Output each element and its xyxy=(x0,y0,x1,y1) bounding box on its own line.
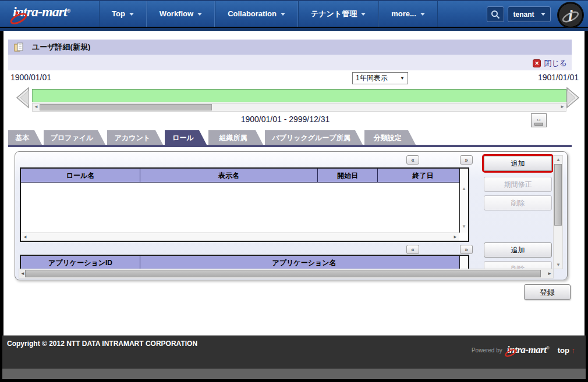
emblem-icon: i xyxy=(557,1,585,29)
footer: Copyright © 2012 NTT DATA INTRAMART CORP… xyxy=(2,335,586,369)
toolbar-strip: ✕ 閉じる xyxy=(8,55,572,70)
footer-intra-mart-logo: intra-mart® xyxy=(507,344,550,356)
powered-by-group: Powered by intra-mart® top ↑ xyxy=(472,344,575,356)
chevron-down-icon xyxy=(197,13,202,16)
nav-item-label: Collaboration xyxy=(228,9,277,18)
tab-profile[interactable]: プロファイル xyxy=(44,130,105,145)
timeline-scrollbar[interactable]: ◄ ► xyxy=(32,103,566,112)
chevron-down-icon xyxy=(420,13,425,16)
tenant-label: tenant xyxy=(513,10,534,19)
chevron-down-icon xyxy=(129,13,134,16)
scroll-up-icon[interactable]: ▲ xyxy=(462,186,466,191)
tab-account[interactable]: アカウント xyxy=(107,130,163,145)
role-expand-columns-button[interactable]: » xyxy=(460,155,473,165)
timeline-range-label: 1900/01/01 - 2999/12/31 xyxy=(3,115,567,124)
scroll-down-icon[interactable]: ▼ xyxy=(556,262,561,267)
app-collapse-columns-button[interactable]: « xyxy=(406,245,419,254)
application-window: intra-mart® Top Workflow Collaboration テ… xyxy=(0,0,588,382)
nav-item-label: more... xyxy=(391,9,416,18)
scroll-up-icon[interactable]: ▲ xyxy=(556,157,561,162)
tab-bar: 基本 プロファイル アカウント ロール 組織所属 パブリックグループ所属 分類設… xyxy=(8,130,417,145)
timeline-bar[interactable] xyxy=(32,89,566,102)
timeline-left-arrow[interactable] xyxy=(15,87,30,109)
back-to-top-link[interactable]: top ↑ xyxy=(558,346,575,355)
app-add-button[interactable]: 追加 xyxy=(484,242,552,258)
top-link-label: top xyxy=(558,346,569,355)
timeline-right-arrow[interactable] xyxy=(566,87,580,109)
search-icon xyxy=(491,10,500,19)
role-table-header: ロール名 表示名 開始日 終了日 xyxy=(21,169,468,183)
copyright-text: Copyright © 2012 NTT DATA INTRAMART CORP… xyxy=(7,340,197,348)
scroll-right-icon[interactable]: ► xyxy=(560,104,565,109)
close-label: 閉じる xyxy=(544,58,567,69)
intra-mart-logo: intra-mart® xyxy=(13,4,70,20)
page-title-bar: ユーザ詳細(新規) xyxy=(8,40,572,55)
nav-item-label: Top xyxy=(112,9,125,18)
logo-registered-mark: ® xyxy=(67,8,71,14)
tab-basic[interactable]: 基本 xyxy=(8,130,42,145)
role-delete-button[interactable]: 削除 xyxy=(484,195,552,210)
scroll-right-icon[interactable]: ► xyxy=(547,271,552,276)
tab-public-group[interactable]: パブリックグループ所属 xyxy=(265,130,363,145)
role-add-button[interactable]: 追加 xyxy=(484,156,552,171)
chevron-down-icon xyxy=(361,13,366,16)
nav-item-label: テナント管理 xyxy=(311,9,357,18)
panel-vertical-scrollbar[interactable]: ▲ ▼ xyxy=(553,155,563,269)
range-select-value: 1年間表示 xyxy=(356,73,388,83)
scroll-left-icon[interactable]: ◄ xyxy=(20,271,25,276)
nav-item-tenant-admin[interactable]: テナント管理 xyxy=(298,1,378,27)
scroll-right-icon[interactable]: ► xyxy=(453,234,458,240)
content-area: ユーザ詳細(新規) ✕ 閉じる 1900/01/01 1年間表示 ▼ 1901/… xyxy=(3,31,585,335)
timeline-scrollbar-thumb[interactable] xyxy=(40,104,212,110)
scroll-down-icon[interactable]: ▼ xyxy=(462,224,466,229)
tab-classification[interactable]: 分類設定 xyxy=(364,130,416,145)
fit-width-button[interactable]: ↔ xyxy=(531,113,547,127)
svg-text:i: i xyxy=(568,6,573,24)
footer-logo-text: intra-mart xyxy=(507,344,547,355)
role-collapse-columns-button[interactable]: « xyxy=(406,155,419,165)
tenant-menu-button[interactable]: tenant xyxy=(508,6,551,22)
up-arrow-icon: ↑ xyxy=(572,346,576,355)
timeline-end-date: 1901/01/01 xyxy=(538,73,579,82)
close-icon: ✕ xyxy=(533,59,541,67)
role-table-body xyxy=(21,183,468,233)
tab-underline xyxy=(8,145,572,147)
main-menu: Top Workflow Collaboration テナント管理 more..… xyxy=(99,1,438,27)
role-table-horizontal-scrollbar[interactable]: ◄ ► xyxy=(21,233,459,241)
column-header-start-date: 開始日 xyxy=(318,169,378,183)
role-table: ロール名 表示名 開始日 終了日 ▲ ▼ ◄ ► xyxy=(20,167,469,242)
nav-item-top[interactable]: Top xyxy=(99,1,147,27)
column-header-display-name: 表示名 xyxy=(140,169,318,183)
range-display-select[interactable]: 1年間表示 ▼ xyxy=(352,72,408,84)
panel-horizontal-scrollbar[interactable]: ◄ ► xyxy=(19,269,554,279)
chevron-down-icon xyxy=(281,13,285,16)
role-edit-period-button[interactable]: 期間修正 xyxy=(484,177,552,192)
document-icon xyxy=(14,42,24,52)
application-table-header: アプリケーションID アプリケーション名 xyxy=(21,256,468,270)
register-button[interactable]: 登録 xyxy=(524,284,571,300)
nav-item-more[interactable]: more... xyxy=(378,1,438,27)
top-navigation: intra-mart® Top Workflow Collaboration テ… xyxy=(0,0,588,27)
nav-item-collaboration[interactable]: Collaboration xyxy=(215,1,298,27)
scroll-left-icon[interactable]: ◄ xyxy=(23,234,27,240)
search-button[interactable] xyxy=(487,6,504,22)
chevron-down-icon xyxy=(541,13,546,16)
nav-item-label: Workflow xyxy=(160,9,193,18)
scroll-left-icon[interactable]: ◄ xyxy=(34,104,38,109)
nav-right-group: tenant xyxy=(487,6,551,22)
role-table-vertical-scrollbar[interactable]: ▲ ▼ xyxy=(459,169,468,233)
logo-text: intra-mart xyxy=(13,4,67,19)
column-header-role-name: ロール名 xyxy=(21,169,140,183)
panel-horizontal-scrollbar-thumb[interactable] xyxy=(25,270,541,277)
column-header-end-date: 終了日 xyxy=(378,169,468,183)
fit-bar-icon xyxy=(534,123,543,126)
tab-organization[interactable]: 組織所属 xyxy=(208,130,263,145)
column-header-application-name: アプリケーション名 xyxy=(140,256,468,270)
panel-vertical-scrollbar-thumb[interactable] xyxy=(554,164,562,226)
intra-mart-emblem[interactable]: i xyxy=(557,1,585,29)
app-expand-columns-button[interactable]: » xyxy=(460,245,473,254)
column-header-application-id: アプリケーションID xyxy=(21,256,140,270)
tab-role[interactable]: ロール xyxy=(165,130,207,145)
close-button[interactable]: ✕ 閉じる xyxy=(533,58,567,69)
nav-item-workflow[interactable]: Workflow xyxy=(147,1,215,27)
